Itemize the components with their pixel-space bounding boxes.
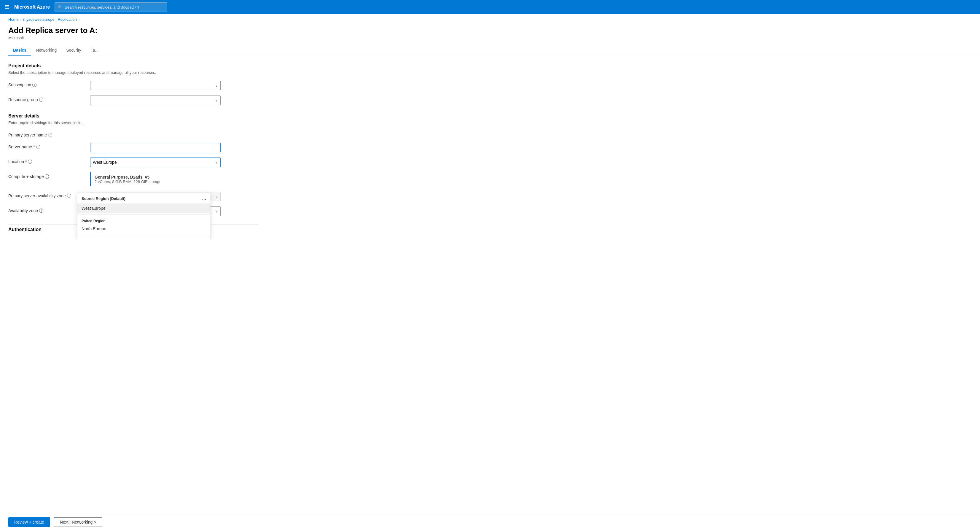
server-details-title: Server details: [8, 113, 259, 119]
tab-networking[interactable]: Networking: [31, 45, 61, 56]
search-icon: 🔍: [58, 5, 62, 9]
search-bar[interactable]: 🔍 Search resources, services, and docs (…: [54, 2, 167, 12]
compute-box[interactable]: General Purpose, D2ads_v5 2 vCores, 8 Gi…: [90, 172, 221, 186]
breadcrumb-sep2: ›: [79, 18, 80, 21]
subscription-row: Subscription i ∨: [8, 81, 259, 90]
compute-storage-control: General Purpose, D2ads_v5 2 vCores, 8 Gi…: [90, 172, 221, 186]
resource-group-label: Resource group i: [8, 96, 85, 102]
location-select[interactable]: West Europe: [90, 158, 221, 167]
dropdown-header: Source Region (Default) ...: [77, 193, 210, 204]
dropdown-item-north-europe[interactable]: North Europe: [77, 224, 210, 233]
compute-title: General Purpose, D2ads_v5: [95, 175, 217, 179]
search-placeholder: Search resources, services, and docs (G+…: [65, 5, 139, 10]
location-required: *: [25, 159, 27, 164]
breadcrumb-sep1: ›: [21, 18, 22, 21]
server-name-row: Server name * i: [8, 143, 259, 152]
page-header: Add Replica server to A: Microsoft: [0, 25, 980, 45]
resource-group-row: Resource group i ∨: [8, 96, 259, 105]
main-content: Project details Select the subscription …: [0, 56, 267, 239]
resource-group-select[interactable]: [90, 96, 221, 105]
availability-zone-label: Availability zone i: [8, 206, 85, 213]
compute-storage-label: Compute + storage i: [8, 172, 85, 179]
compute-storage-row: Compute + storage i General Purpose, D2a…: [8, 172, 259, 186]
availability-zone-info-icon[interactable]: i: [39, 209, 43, 213]
breadcrumb-parent[interactable]: mysqlrwesteurope | Replication: [23, 17, 76, 22]
primary-server-name-label: Primary server name i: [8, 131, 85, 137]
location-row: Location * i West Europe ∨: [8, 158, 259, 167]
primary-server-name-info-icon[interactable]: i: [48, 133, 52, 137]
location-control: West Europe ∨: [90, 158, 221, 167]
server-name-required: *: [33, 145, 35, 149]
resource-group-select-wrapper: ∨: [90, 96, 221, 105]
server-name-input[interactable]: [90, 143, 221, 152]
project-details-desc: Select the subscription to manage deploy…: [8, 70, 259, 75]
tab-tags[interactable]: Ta...: [86, 45, 103, 56]
subscription-select-wrapper: ∨: [90, 81, 221, 90]
server-name-info-icon[interactable]: i: [36, 145, 40, 149]
subscription-info-icon[interactable]: i: [32, 83, 37, 87]
dropdown-divider-2: [77, 235, 210, 235]
subscription-control: ∨: [90, 81, 221, 90]
subscription-select[interactable]: [90, 81, 221, 90]
resource-group-info-icon[interactable]: i: [39, 97, 43, 102]
primary-az-info-icon[interactable]: i: [67, 194, 71, 198]
tabs-bar: Basics Networking Security Ta...: [0, 45, 980, 56]
location-info-icon[interactable]: i: [28, 159, 32, 164]
page-subtitle: Microsoft: [8, 36, 972, 40]
primary-az-label: Primary server availability zone i: [8, 191, 85, 198]
compute-storage-info-icon[interactable]: i: [45, 174, 49, 179]
dropdown-item-west-europe[interactable]: West Europe: [77, 204, 210, 213]
resource-group-control: ∨: [90, 96, 221, 105]
compute-desc: 2 vCores, 8 GiB RAM, 128 GiB storage: [95, 179, 217, 184]
location-label: Location * i: [8, 158, 85, 164]
breadcrumb-home[interactable]: Home: [8, 17, 19, 22]
subscription-label: Subscription i: [8, 81, 85, 87]
tab-security[interactable]: Security: [61, 45, 86, 56]
dropdown-scroll-area[interactable]: West Europe Paired Region North Europe O…: [77, 204, 210, 239]
dropdown-header-label: Source Region (Default): [81, 196, 126, 201]
primary-server-name-row: Primary server name i: [8, 131, 259, 137]
azure-logo: Microsoft Azure: [14, 5, 50, 10]
server-name-label: Server name * i: [8, 143, 85, 149]
hamburger-icon[interactable]: ☰: [5, 4, 10, 10]
dropdown-divider-1: [77, 214, 210, 215]
project-details-title: Project details: [8, 63, 259, 69]
page-title: Add Replica server to A:: [8, 26, 972, 35]
location-dropdown: Source Region (Default) ... West Europe …: [77, 193, 210, 239]
top-nav: ☰ Microsoft Azure 🔍 Search resources, se…: [0, 0, 980, 14]
dropdown-more-icon[interactable]: ...: [202, 196, 206, 201]
project-details-section: Project details Select the subscription …: [8, 63, 259, 105]
location-select-wrapper: West Europe ∨: [90, 158, 221, 167]
server-details-desc: Enter required settings for this server,…: [8, 120, 259, 125]
tab-basics[interactable]: Basics: [8, 45, 31, 56]
dropdown-paired-region-header: Paired Region: [77, 217, 210, 224]
breadcrumb: Home › mysqlrwesteurope | Replication ›: [0, 14, 980, 25]
server-name-control: [90, 143, 221, 152]
dropdown-other-regions-header: Other Supported Regions: [77, 237, 210, 239]
